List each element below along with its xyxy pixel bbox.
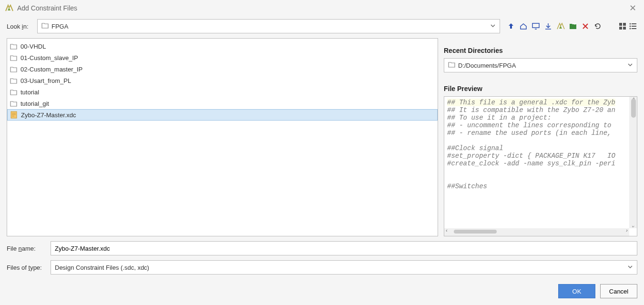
preview-line: ## To use it in a project: xyxy=(447,114,626,122)
preview-line: #set_property -dict { PACKAGE_PIN K17 IO xyxy=(447,152,626,160)
grid-view-icon[interactable] xyxy=(618,22,627,30)
ok-button[interactable]: OK xyxy=(558,284,595,298)
svg-point-9 xyxy=(630,28,631,30)
file-item-label: 01-Custom_slave_IP xyxy=(20,54,78,61)
cancel-button[interactable]: Cancel xyxy=(600,284,637,298)
titlebar: Add Constraint Files ✕ xyxy=(0,0,644,16)
file-item[interactable]: Zybo-Z7-Master.xdc xyxy=(7,109,438,121)
preview-line: #create_clock -add -name sys_clk_pin -pe… xyxy=(447,160,626,167)
download-icon[interactable] xyxy=(544,22,552,30)
filetype-combo[interactable]: Design Constraint Files (.sdc, xdc) xyxy=(51,260,637,274)
preview-line: ## - rename the used ports (in each line… xyxy=(447,129,626,137)
file-item[interactable]: 00-VHDL xyxy=(7,41,438,52)
folder-icon xyxy=(10,77,18,84)
scroll-left-arrow-icon[interactable]: ‹ xyxy=(445,228,448,234)
svg-rect-8 xyxy=(632,26,636,27)
svg-point-7 xyxy=(630,26,631,27)
file-item[interactable]: 03-Usart_from_PL xyxy=(7,75,438,86)
file-item-label: 02-Custom_master_IP xyxy=(20,66,82,73)
scroll-right-arrow-icon[interactable]: › xyxy=(625,228,628,234)
filename-input[interactable] xyxy=(51,241,637,255)
list-view-icon[interactable] xyxy=(629,22,637,30)
preview-line: ## This file is a general .xdc for the Z… xyxy=(447,99,626,106)
svg-rect-4 xyxy=(623,27,626,30)
file-preview-heading: File Preview xyxy=(444,85,637,92)
folder-icon xyxy=(10,42,18,50)
file-item[interactable]: tutorial_git xyxy=(7,98,438,109)
file-item-label: tutorial_git xyxy=(20,100,49,107)
lookin-combo[interactable]: FPGA xyxy=(37,19,500,33)
svg-rect-0 xyxy=(532,23,539,28)
window-title: Add Constraint Files xyxy=(17,4,626,12)
desktop-icon[interactable] xyxy=(532,22,540,30)
vivado-app-icon xyxy=(5,4,13,12)
file-item[interactable]: 01-Custom_slave_IP xyxy=(7,52,438,63)
folder-icon xyxy=(41,22,49,30)
filename-label: File name: xyxy=(7,245,51,252)
preview-line: ## - uncomment the lines corresponding t… xyxy=(447,122,626,129)
toolbar xyxy=(505,22,637,30)
file-preview: ## This file is a general .xdc for the Z… xyxy=(444,96,637,236)
svg-rect-6 xyxy=(632,23,636,24)
file-item[interactable]: 02-Custom_master_IP xyxy=(7,63,438,75)
recent-directories-combo[interactable]: D:/Documents/FPGA xyxy=(444,58,637,72)
svg-rect-1 xyxy=(619,23,622,26)
vivado-icon[interactable] xyxy=(556,22,565,30)
folder-icon xyxy=(448,61,455,69)
svg-rect-13 xyxy=(12,114,16,115)
delete-icon[interactable] xyxy=(581,22,590,30)
scroll-thumb[interactable] xyxy=(631,99,636,118)
preview-vertical-scrollbar[interactable]: ⌃ ⌄ xyxy=(629,97,637,228)
preview-line: ##Switches xyxy=(447,183,626,190)
svg-rect-10 xyxy=(632,28,636,29)
preview-line xyxy=(447,167,626,175)
svg-rect-2 xyxy=(623,23,626,26)
filetype-value: Design Constraint Files (.sdc, xdc) xyxy=(55,264,627,271)
preview-line: ## It is compatible with the Zybo Z7-20 … xyxy=(447,106,626,114)
folder-icon xyxy=(10,54,18,61)
file-item[interactable]: tutorial xyxy=(7,86,438,98)
recent-directories-value: D:/Documents/FPGA xyxy=(458,62,627,69)
recent-directories-heading: Recent Directories xyxy=(444,47,637,54)
svg-rect-14 xyxy=(12,116,14,116)
preview-line xyxy=(447,137,626,144)
svg-point-5 xyxy=(630,23,631,25)
folder-icon xyxy=(10,65,18,73)
scroll-down-arrow-icon[interactable]: ⌄ xyxy=(629,223,637,228)
filetype-label: Files of type: xyxy=(7,264,51,271)
file-item-label: 00-VHDL xyxy=(20,43,46,50)
new-folder-icon[interactable] xyxy=(569,22,577,30)
svg-rect-3 xyxy=(619,27,622,30)
chevron-down-icon xyxy=(627,62,633,69)
refresh-icon[interactable] xyxy=(593,22,602,30)
file-item-label: 03-Usart_from_PL xyxy=(20,77,71,84)
lookin-label: Look in: xyxy=(7,23,32,30)
file-item-label: Zybo-Z7-Master.xdc xyxy=(21,112,76,119)
lookin-value: FPGA xyxy=(51,23,490,30)
file-item-label: tutorial xyxy=(20,89,39,96)
folder-icon xyxy=(10,88,18,96)
scroll-thumb[interactable] xyxy=(454,230,497,234)
folder-icon xyxy=(10,100,18,107)
xdc-file-icon xyxy=(10,111,18,119)
file-list[interactable]: 00-VHDL01-Custom_slave_IP02-Custom_maste… xyxy=(7,38,438,236)
preview-line xyxy=(447,175,626,183)
preview-line: ##Clock signal xyxy=(447,144,626,152)
home-icon[interactable] xyxy=(519,22,528,30)
chevron-down-icon xyxy=(490,23,496,30)
close-icon[interactable]: ✕ xyxy=(626,3,639,13)
preview-horizontal-scrollbar[interactable]: ‹ › xyxy=(444,228,629,236)
chevron-down-icon xyxy=(627,264,633,271)
svg-rect-12 xyxy=(12,113,16,113)
up-arrow-icon[interactable] xyxy=(507,22,515,30)
